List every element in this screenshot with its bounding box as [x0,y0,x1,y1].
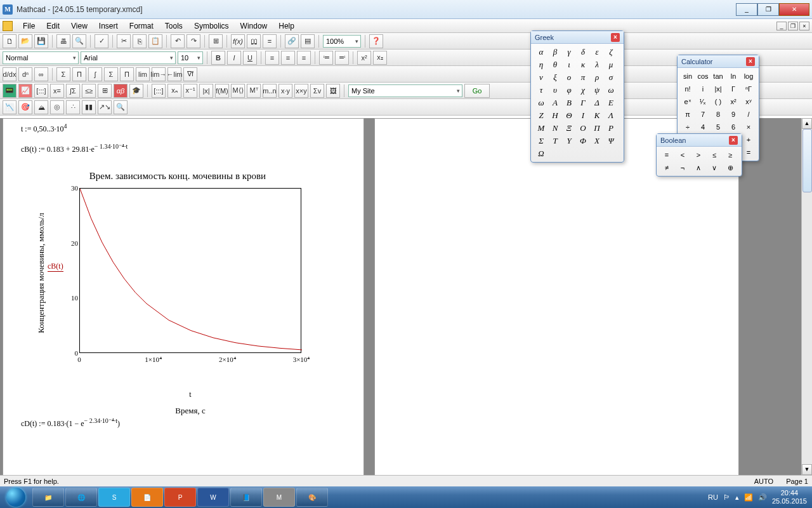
bulleted-list-button[interactable]: ≔ [319,51,333,65]
infinity-icon[interactable]: ∞ [34,67,48,81]
palette-cell[interactable]: ψ [591,84,603,96]
calculator-palette-button[interactable]: 📟 [3,84,16,98]
palette-cell[interactable] [563,148,575,159]
range-definition[interactable]: t := 0,50..3·104 [21,123,67,134]
palette-cell[interactable]: |x| [712,83,724,95]
palette-cell[interactable]: ∧ [692,162,705,173]
task-mathcad[interactable]: M [263,488,295,507]
boolean-close-button[interactable]: × [729,136,738,145]
gradient-icon[interactable]: ∇f [183,67,197,81]
palette-cell[interactable]: I [577,110,589,121]
evaluation-palette-button[interactable]: x= [50,84,64,98]
palette-cell[interactable]: T [549,135,561,147]
tray-lang[interactable]: RU [708,493,718,501]
palette-cell[interactable]: Ψ [605,135,617,147]
palette-cell[interactable]: N [549,123,561,134]
palette-cell[interactable]: ζ [605,46,617,58]
cD-definition[interactable]: cD(t) := 0.183·(1 − e− 2.34·10⁻⁴·t) [21,417,120,429]
magnitude-button[interactable]: |x| [199,84,213,98]
palette-cell[interactable]: < [676,149,689,161]
palette-cell[interactable]: Λ [605,110,617,121]
boolean-palette-header[interactable]: Boolean × [657,134,742,147]
palette-cell[interactable]: 7 [697,109,709,120]
3d-scatter-button[interactable]: ∴ [66,100,80,114]
palette-cell[interactable]: Y [563,135,575,147]
limit-icon[interactable]: lim [136,67,150,81]
align-center-button[interactable]: ≡ [281,51,295,65]
task-skype[interactable]: S [98,488,130,507]
underline-button[interactable]: U [243,51,257,65]
task-powerpoint[interactable]: P [164,488,196,507]
menu-edit[interactable]: Edit [41,20,65,32]
task-chrome[interactable]: 🌐 [65,488,97,507]
spellcheck-button[interactable]: ✓ [95,34,108,48]
align-regions-button[interactable]: ⊞ [209,34,223,48]
palette-cell[interactable]: μ [605,59,617,70]
xy-plot-button[interactable]: 📉 [3,100,16,114]
symbolic-palette-button[interactable]: 🎓 [129,84,143,98]
summation-icon[interactable]: Σ [104,67,118,81]
size-combo[interactable]: 10 [178,51,203,64]
menu-file[interactable]: File [18,20,40,32]
palette-cell[interactable]: ο [563,72,575,83]
palette-cell[interactable]: σ [605,72,617,83]
palette-cell[interactable]: Σ [535,135,547,147]
greek-close-button[interactable]: × [611,33,620,42]
palette-cell[interactable]: Γ [577,97,589,109]
palette-cell[interactable]: E [605,97,617,109]
palette-cell[interactable]: δ [577,46,589,58]
palette-cell[interactable]: K [591,110,603,121]
palette-cell[interactable]: ( ) [712,96,724,107]
product-pi-icon[interactable]: Π [72,67,86,81]
cross-product-button[interactable]: x×y [294,84,308,98]
palette-cell[interactable]: 5 [712,121,724,133]
limit-right-icon[interactable]: lim→ [152,67,166,81]
palette-cell[interactable]: X [591,135,603,147]
undo-button[interactable]: ↶ [171,34,185,48]
task-explorer[interactable]: 📁 [32,488,64,507]
palette-cell[interactable]: × [742,121,755,133]
help-button[interactable]: ❓ [369,34,383,48]
greek-palette[interactable]: Greek × αβγδεζηθικλμνξοπρστυφχψωωABΓΔEZH… [530,30,624,163]
palette-cell[interactable]: ⁿΓ [742,83,755,95]
palette-cell[interactable]: ln [727,70,740,82]
mdi-restore-button[interactable]: ❐ [788,22,798,30]
integral-icon[interactable]: ∫ [88,67,102,81]
subscript-index-button[interactable]: xₙ [167,84,181,98]
mdi-close-button[interactable]: × [799,22,809,30]
task-word[interactable]: W [197,488,229,507]
copy-button[interactable]: ⎘ [133,34,147,48]
nth-derivative-icon[interactable]: dⁿ [18,67,32,81]
palette-cell[interactable]: 4 [697,121,709,133]
calculator-close-button[interactable]: × [746,57,755,66]
zoom-trace-button[interactable]: 🔍 [114,100,128,114]
palette-cell[interactable]: P [605,123,617,134]
tray-clock[interactable]: 20:44 25.05.2015 [772,489,807,505]
palette-cell[interactable]: xʸ [742,96,755,107]
calculus-palette-button[interactable]: ∫Σ [66,84,80,98]
palette-cell[interactable]: φ [563,84,575,96]
cB-definition[interactable]: cB(t) := 0.183 + 29.81·e− 1.34·10⁻⁴·t [21,143,128,154]
chart-region[interactable]: Врем. зависимость конц. мочевины в крови… [29,171,327,416]
zoom-combo[interactable]: 100% [323,35,361,48]
palette-cell[interactable]: O [577,123,589,134]
greek-palette-button[interactable]: αβ [114,84,128,98]
product-icon[interactable]: Π [120,67,134,81]
palette-cell[interactable]: ≥ [724,149,737,161]
scroll-up-button[interactable]: ▲ [802,118,812,129]
print-preview-button[interactable]: 🔍 [72,34,86,48]
palette-cell[interactable]: log [742,70,755,82]
site-combo[interactable]: My Site [348,84,462,97]
insert-function-button[interactable]: f(x) [231,34,245,48]
palette-cell[interactable]: H [549,110,561,121]
polar-plot-button[interactable]: 🎯 [18,100,32,114]
open-button[interactable]: 📂 [18,34,32,48]
new-button[interactable]: 🗋 [3,34,16,48]
vector-field-button[interactable]: ↗↘ [98,100,112,114]
palette-cell[interactable]: x² [727,96,740,107]
calculator-palette-header[interactable]: Calculator × [678,55,759,68]
task-paint[interactable]: 🎨 [296,488,328,507]
range-button[interactable]: m..n [263,84,277,98]
palette-cell[interactable]: cos [697,70,709,82]
insert-hyperlink-button[interactable]: 🔗 [285,34,299,48]
